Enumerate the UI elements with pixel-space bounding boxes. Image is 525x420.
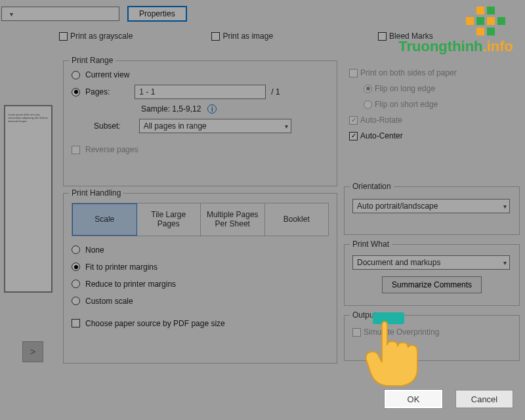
scale-reduce-label: Reduce to printer margins [85,280,176,289]
properties-button[interactable]: Properties [127,6,187,22]
chevron-down-icon: ▾ [503,259,507,266]
print-what-group: Print What Document and markups ▾ Summar… [344,244,520,306]
scale-fit-radio[interactable] [72,262,80,271]
both-sides-checkbox: Print on both sides of paper [349,68,512,77]
sample-label: Sample: 1,5-9,12 [141,104,201,114]
print-grayscale-label: Print as grayscale [70,32,133,41]
info-icon: i [207,104,217,114]
reverse-pages-label: Reverse pages [85,145,138,154]
ok-button[interactable]: OK [385,390,442,408]
pages-total: / 1 [271,87,280,96]
handling-tabs: Scale Tile Large Pages Multiple Pages Pe… [72,203,329,236]
flip-long-label: Flip on long edge [375,84,435,93]
pointer-hand-icon [354,312,427,391]
chevron-down-icon: ▾ [503,203,507,210]
auto-rotate-checkbox: Auto-Rotate [349,116,512,125]
print-handling-group: Print Handling Scale Tile Large Pages Mu… [63,193,337,364]
scale-fit-label: Fit to printer margins [85,262,158,272]
tab-booklet[interactable]: Booklet [265,203,329,236]
summarize-comments-button[interactable]: Summarize Comments [382,276,482,293]
paper-source-checkbox[interactable] [72,319,80,327]
flip-long-radio: Flip on long edge [364,84,512,93]
scale-custom-label: Custom scale [85,297,133,306]
current-view-label: Current view [85,70,129,79]
print-as-image-label: Print as image [222,32,273,41]
tab-scale[interactable]: Scale [72,203,137,236]
subset-label: Subset: [94,121,121,131]
auto-rotate-label: Auto-Rotate [360,116,402,125]
scale-custom-radio[interactable] [72,297,80,305]
subset-select[interactable]: All pages in range ▾ [139,119,291,133]
current-view-radio[interactable] [72,71,80,79]
tab-multiple[interactable]: Multiple Pages Per Sheet [201,203,265,236]
preview-next-button[interactable]: > [22,341,43,362]
flip-short-label: Flip on short edge [375,100,438,109]
chevron-down-icon: ▾ [10,10,13,18]
orientation-value: Auto portrait/landscape [357,201,438,211]
print-what-legend: Print What [350,240,392,249]
scale-reduce-radio[interactable] [72,280,80,288]
chevron-down-icon: ▾ [285,123,288,130]
print-what-select[interactable]: Document and markups ▾ [352,255,510,270]
scale-none-radio[interactable] [72,245,80,254]
svg-rect-0 [373,312,404,324]
pages-label: Pages: [85,87,110,96]
print-range-group: Print Range Current view Pages: 1 - 1 / … [63,60,337,186]
bleed-marks-checkbox[interactable]: Bleed Marks [378,32,433,41]
print-as-image-checkbox[interactable]: Print as image [211,32,273,41]
page-preview: Lorem ipsum dolor sit amet, consectetur … [4,105,52,293]
reverse-pages-checkbox [72,146,80,154]
print-handling-legend: Print Handling [69,188,123,198]
orientation-legend: Orientation [350,182,394,191]
auto-center-checkbox[interactable]: Auto-Center [349,131,512,140]
orientation-group: Orientation Auto portrait/landscape ▾ [344,186,520,235]
printer-select[interactable]: ▾ [1,7,119,21]
print-what-value: Document and markups [357,258,440,267]
print-range-legend: Print Range [69,56,116,65]
subset-value: All pages in range [144,121,207,131]
tab-tile[interactable]: Tile Large Pages [137,203,201,236]
pages-input[interactable]: 1 - 1 [135,85,266,99]
cancel-button[interactable]: Cancel [455,390,513,408]
flip-short-radio: Flip on short edge [364,100,512,109]
pages-radio[interactable] [72,88,80,96]
bleed-marks-label: Bleed Marks [389,32,433,41]
both-sides-label: Print on both sides of paper [360,68,457,77]
print-grayscale-checkbox[interactable]: Print as grayscale [59,32,133,41]
scale-none-label: None [85,245,104,255]
orientation-select[interactable]: Auto portrait/landscape ▾ [352,199,510,213]
auto-center-label: Auto-Center [360,131,403,140]
paper-source-label: Choose paper source by PDF page size [85,319,225,328]
